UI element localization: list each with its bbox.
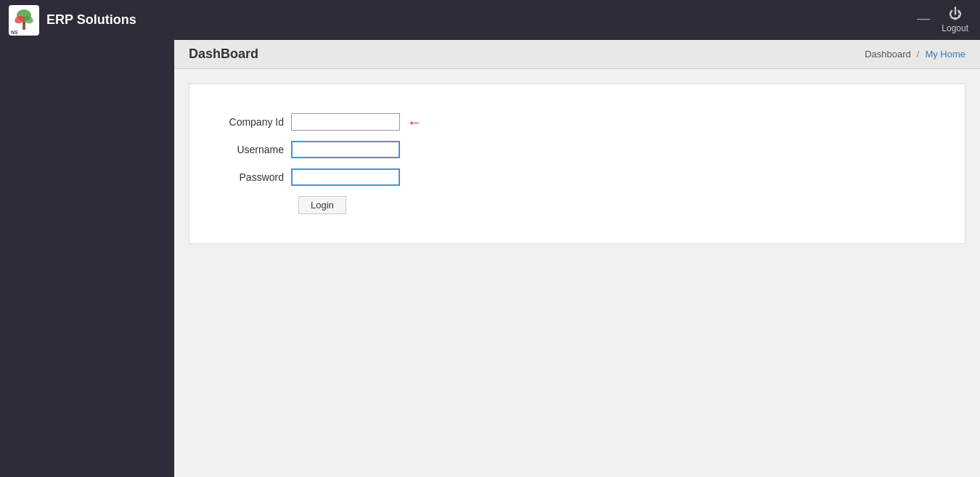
- arrow-indicator: ←: [407, 115, 422, 129]
- company-id-row: Company Id ←: [219, 113, 921, 131]
- breadcrumb-separator: /: [917, 49, 920, 60]
- sidebar: [0, 40, 174, 477]
- svg-text:NS: NS: [11, 30, 18, 35]
- logout-label: Logout: [942, 23, 968, 33]
- page-body: Company Id ← Username Password: [174, 69, 980, 477]
- brand-title: ERP Solutions: [46, 12, 136, 28]
- company-id-label: Company Id: [219, 116, 291, 128]
- app-header: NS ERP Solutions — ⏻ Logout: [0, 0, 980, 40]
- power-icon: ⏻: [949, 7, 962, 22]
- minimize-icon[interactable]: —: [917, 12, 930, 29]
- breadcrumb-current: My Home: [925, 49, 965, 60]
- login-form: Company Id ← Username Password: [219, 113, 921, 214]
- breadcrumb: Dashboard / My Home: [865, 49, 965, 60]
- svg-rect-4: [23, 21, 25, 30]
- brand-area: NS ERP Solutions: [0, 5, 174, 36]
- username-input[interactable]: [291, 141, 400, 158]
- logout-button[interactable]: ⏻ Logout: [942, 7, 968, 33]
- header-controls: — ⏻ Logout: [917, 7, 980, 33]
- company-id-input[interactable]: [291, 113, 400, 131]
- logo-icon: NS: [9, 5, 39, 36]
- password-label: Password: [219, 171, 291, 183]
- login-button-row: Login: [298, 196, 921, 214]
- password-row: Password: [219, 168, 921, 186]
- main-content: DashBoard Dashboard / My Home Company Id…: [174, 40, 980, 477]
- app-body: DashBoard Dashboard / My Home Company Id…: [0, 40, 980, 477]
- page-title: DashBoard: [189, 46, 258, 62]
- password-input[interactable]: [291, 168, 400, 186]
- login-form-card: Company Id ← Username Password: [189, 83, 965, 244]
- breadcrumb-parent: Dashboard: [865, 49, 911, 60]
- login-button[interactable]: Login: [298, 196, 346, 214]
- username-label: Username: [219, 144, 291, 155]
- username-row: Username: [219, 141, 921, 158]
- page-header: DashBoard Dashboard / My Home: [174, 40, 980, 69]
